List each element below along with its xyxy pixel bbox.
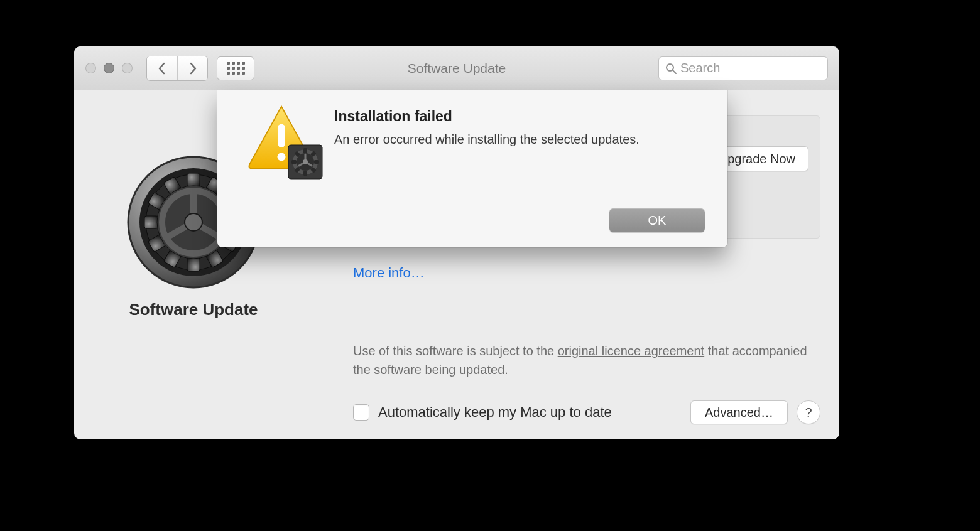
- svg-rect-12: [278, 124, 285, 148]
- auto-update-checkbox[interactable]: [353, 404, 369, 421]
- search-icon: [665, 63, 677, 74]
- svg-rect-5: [187, 173, 200, 187]
- more-info-link[interactable]: More info…: [353, 265, 425, 281]
- zoom-window-button[interactable]: [122, 63, 133, 73]
- window-controls: [85, 63, 133, 73]
- svg-point-21: [303, 159, 308, 164]
- alert-title: Installation failed: [334, 108, 452, 125]
- show-all-button[interactable]: [217, 56, 254, 80]
- minimize-window-button[interactable]: [104, 63, 114, 73]
- licence-text: Use of this software is subject to the o…: [353, 341, 820, 379]
- svg-point-11: [185, 213, 202, 231]
- nav-segmented: [146, 56, 208, 81]
- help-button[interactable]: ?: [797, 400, 820, 424]
- svg-line-1: [673, 70, 676, 73]
- chevron-left-icon: [158, 62, 166, 75]
- forward-button[interactable]: [177, 56, 207, 80]
- alert-message: An error occurred while installing the s…: [334, 131, 702, 149]
- preferences-window: Software Update Search: [74, 46, 839, 439]
- gear-badge-icon: [288, 144, 323, 180]
- svg-point-13: [277, 153, 285, 161]
- bottom-row: Automatically keep my Mac up to date Adv…: [353, 400, 820, 424]
- svg-rect-16: [303, 148, 307, 153]
- close-window-button[interactable]: [85, 63, 96, 73]
- search-field[interactable]: Search: [658, 56, 828, 80]
- grid-icon: [227, 62, 245, 75]
- chevron-right-icon: [188, 62, 197, 75]
- licence-agreement-link[interactable]: original licence agreement: [558, 344, 704, 358]
- ok-button[interactable]: OK: [609, 208, 705, 232]
- advanced-button[interactable]: Advanced…: [690, 400, 788, 424]
- toolbar: Software Update Search: [74, 46, 839, 90]
- search-placeholder: Search: [680, 61, 720, 75]
- licence-prefix: Use of this software is subject to the: [353, 344, 558, 358]
- auto-update-label: Automatically keep my Mac up to date: [378, 404, 612, 421]
- sidebar-label: Software Update: [129, 300, 258, 319]
- alert-sheet: Installation failed An error occurred wh…: [217, 90, 727, 247]
- back-button[interactable]: [147, 56, 177, 80]
